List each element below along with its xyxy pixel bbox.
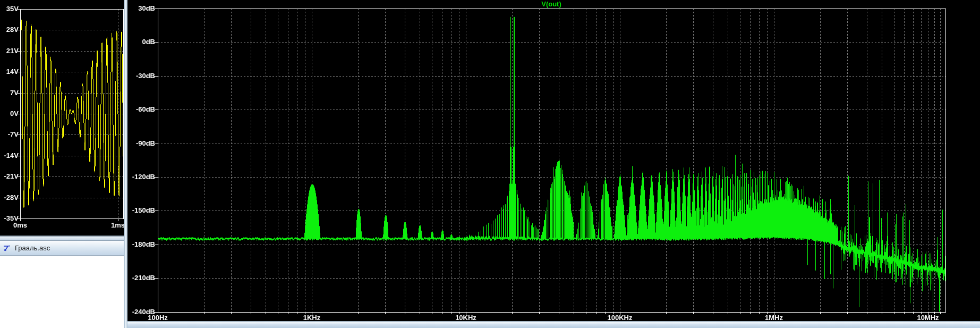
pane-divider[interactable] xyxy=(124,0,127,328)
fft-x-tick-label: 10KHz xyxy=(455,314,476,322)
fft-y-tick-label: -180dB xyxy=(127,240,155,248)
scope-x-tick-label: 1ms xyxy=(111,221,125,229)
scope-y-tick-label: -14V xyxy=(0,152,19,159)
trace-legend[interactable]: V(out) xyxy=(541,0,561,8)
scope-y-tick-label: -21V xyxy=(0,172,19,180)
scope-y-tick-label: 0V xyxy=(0,110,19,117)
fft-pane: V(out) 30dB0dB-30dB-60dB-90dB-120dB-150d… xyxy=(127,0,980,328)
fft-y-tick-label: 0dB xyxy=(127,38,155,46)
fft-x-tick-label: 100KHz xyxy=(608,314,633,322)
ltspice-workspace: 35V28V21V14V7V0V-7V-14V-21V-28V-35V 0ms1… xyxy=(0,0,980,328)
scope-y-tick-label: 14V xyxy=(0,68,19,75)
fft-x-tick-label: 100Hz xyxy=(148,314,168,322)
schematic-window-title: Грааль.asc xyxy=(15,244,50,252)
scope-y-tick-label: 7V xyxy=(0,89,19,97)
fft-y-tick-label: -210dB xyxy=(127,274,155,282)
fft-y-tick-label: -90dB xyxy=(127,139,155,147)
ltspice-schematic-icon xyxy=(3,244,12,253)
fft-x-tick-label: 1KHz xyxy=(303,314,321,322)
fft-plot[interactable] xyxy=(127,0,980,321)
scope-y-tick-label: -28V xyxy=(0,194,19,201)
fft-y-tick-label: -30dB xyxy=(127,72,155,80)
fft-x-tick-label: 10MHz xyxy=(917,314,939,322)
fft-y-tick-label: -150dB xyxy=(127,206,155,214)
time-domain-pane: 35V28V21V14V7V0V-7V-14V-21V-28V-35V 0ms1… xyxy=(0,0,124,236)
schematic-canvas[interactable] xyxy=(0,256,124,328)
fft-y-tick-label: -120dB xyxy=(127,173,155,181)
scope-window-bottom-border xyxy=(0,236,124,240)
fft-y-tick-label: 30dB xyxy=(127,4,155,12)
schematic-titlebar[interactable]: Грааль.asc xyxy=(0,240,124,256)
scope-x-tick-label: 0ms xyxy=(13,221,27,229)
schematic-window: Грааль.asc xyxy=(0,240,124,328)
fft-x-tick-label: 1MHz xyxy=(765,314,783,322)
fft-y-tick-label: -60dB xyxy=(127,105,155,113)
scope-y-tick-label: 21V xyxy=(0,47,19,55)
scope-y-tick-label: 35V xyxy=(0,5,19,13)
scope-y-tick-label: 28V xyxy=(0,26,19,33)
scope-y-tick-label: -7V xyxy=(0,130,19,138)
fft-window-bottom-border xyxy=(127,321,980,328)
